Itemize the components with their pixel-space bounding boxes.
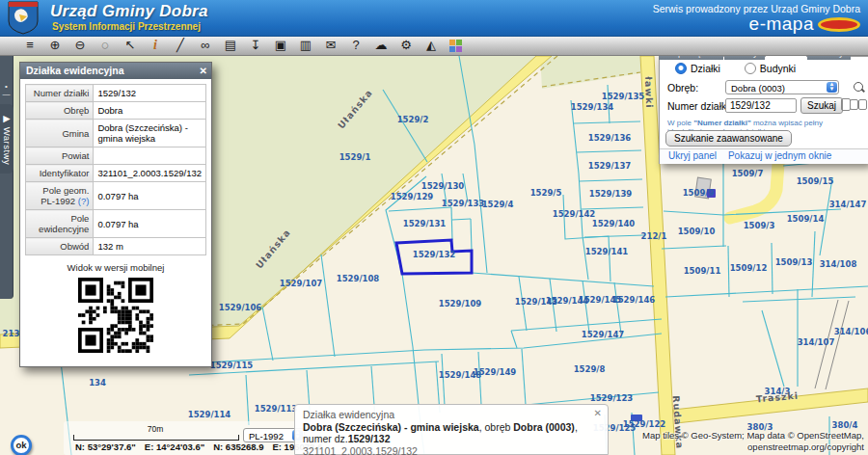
strip-mini-icons[interactable]: • — (0, 83, 13, 98)
parcel-number-label: 1529/129 (391, 192, 434, 201)
e-mapa-application: 1529/21529/11529/1291529/1301529/1331529… (0, 0, 868, 455)
basemap-grid-icon[interactable] (449, 40, 462, 52)
parcel-number-label: 1509/14 (787, 214, 825, 224)
parcel-number-label: 1529/130 (421, 181, 465, 191)
layers-icon[interactable]: ≡ (17, 36, 42, 55)
table-row: Identyfikator321101_2.0003.1529/132 (26, 165, 206, 182)
legend-swatch-red[interactable] (850, 99, 858, 110)
radio-label: Budynki (760, 63, 796, 74)
street-name-label: Ułańska (254, 227, 292, 270)
parcel-number-label: 314/108 (820, 259, 857, 269)
table-row: Obwód132 m (26, 238, 206, 255)
parcel-number-label: 1509/3 (744, 221, 775, 230)
table-row: Numer działki1529/132 (26, 85, 206, 102)
parcel-number-label: 314/106 (834, 327, 868, 336)
attribution-line: Map tiles © Geo-System; Map data © OpenS… (642, 430, 864, 442)
parcel-number-label: 1509/11 (684, 266, 721, 276)
parcel-number-label: 1529/131 (403, 219, 447, 228)
scale-label: 70m (73, 424, 237, 434)
search-icon[interactable] (854, 82, 863, 92)
parcel-number-label: 1529/139 (589, 189, 633, 199)
parcel-number-label: 1529/142 (553, 209, 596, 219)
layers-panel-tab[interactable]: ▶ Warstwy (0, 104, 14, 174)
info-icon[interactable]: i (143, 36, 168, 55)
parcel-number-label: 314/147 (829, 200, 867, 209)
advanced-search-button[interactable]: Szukanie zaawansowane (665, 130, 792, 147)
table-row: Pole ewidencyjne0.0797 ha (26, 210, 206, 238)
parcel-number-label: 1509/15 (797, 176, 834, 186)
radio-budynki[interactable]: Budynki (745, 63, 796, 74)
parcel-number-label: 212/1 (641, 231, 667, 241)
street-name-label: Traszki (755, 390, 799, 405)
parcel-info-panel: Działka ewidencyjna ✕ Numer działki1529/… (19, 62, 212, 367)
app-title: Urząd Gminy Dobra (50, 2, 208, 21)
parcel-number-label: 1529/1 (339, 152, 371, 162)
split-view-icon[interactable]: ▥ (293, 36, 318, 55)
info-bar-identifier: 321101_2.0003.1529/132 (303, 445, 600, 455)
app-header: Urząd Gminy Dobra System Informacji Prze… (0, 0, 868, 37)
radio-label: Działki (691, 63, 720, 74)
parcel-number-label: 1509/7 (732, 169, 764, 178)
obreb-selected-value: Dobra (0003) (731, 83, 785, 94)
parcel-panel-header: Działka ewidencyjna ✕ (20, 63, 211, 79)
brand-name: e-mapa (749, 13, 814, 35)
coat-of-arms (7, 1, 40, 35)
parcel-number-label: 314/107 (798, 337, 835, 347)
parcel-number-label: 1529/107 (280, 279, 323, 288)
parcel-number-label: 380/4 (832, 420, 858, 430)
close-icon[interactable]: ✕ (594, 408, 602, 418)
parcel-number-label: 1529/149 (474, 367, 517, 377)
street-name-label: Ułańska (336, 87, 374, 130)
cloud-icon[interactable]: ☁ (368, 36, 393, 55)
sail-icon[interactable]: ◭ (419, 36, 444, 55)
help-link[interactable]: (?) (78, 196, 90, 206)
settings-icon[interactable]: ⚙ (393, 36, 419, 55)
parcel-search-panel: Działki Budynki Obręb: Dobra (0003) ▲▼ N… (659, 56, 868, 164)
parcel-number-label: 1529/114 (188, 410, 231, 419)
numer-label: Numer działki: (667, 100, 732, 112)
parcel-number-label: 134 (89, 378, 106, 388)
parcel-panel-title: Działka ewidencyjna (26, 65, 124, 76)
coordinates-readout: N: 53°29'37.6"E: 14°24'03.6"N: 635268.9E… (75, 442, 331, 452)
locate-icon[interactable]: ↧ (243, 36, 268, 55)
zoom-in-icon[interactable]: ⊕ (42, 36, 68, 55)
zoom-out-icon[interactable]: ⊖ (68, 36, 93, 55)
help-icon[interactable]: ? (343, 36, 368, 55)
attribution-link[interactable]: openstreetmap.org/copyright (642, 442, 864, 453)
parcel-number-label: 1509/12 (730, 263, 768, 273)
pointer-icon[interactable]: ↖ (118, 36, 143, 55)
parcel-number-label: 1529/106 (219, 303, 262, 312)
copy-view-icon[interactable]: ▣ (268, 36, 293, 55)
parcel-number-label: 1529/147 (582, 330, 625, 339)
parcel-number-label: 1509/10 (678, 227, 716, 236)
radio-dzialki[interactable]: Działki (675, 63, 720, 74)
parcel-number-label: 1529/133 (442, 199, 485, 208)
parcel-number-label: 1509/9 (683, 188, 715, 198)
panel-links: Ukryj panel Pokazuj w jednym oknie (660, 148, 868, 164)
szukaj-button[interactable]: Szukaj (800, 97, 843, 114)
hide-panel-link[interactable]: Ukryj panel (668, 150, 717, 161)
parcel-number-label: 1529/141 (585, 247, 629, 256)
mobile-view-caption: Widok w wersji mobilnej (20, 262, 211, 273)
parcel-number-label: 1509/13 (775, 257, 813, 267)
comment-icon[interactable]: ✉ (318, 36, 343, 55)
table-row: Powiat (26, 147, 206, 165)
ok-button[interactable]: ok (11, 435, 32, 455)
radio-selected-icon (675, 63, 687, 74)
parcel-number-label: 1529/5 (530, 188, 562, 198)
single-window-link[interactable]: Pokazuj w jednym oknie (728, 150, 831, 161)
obreb-select[interactable]: Dobra (0003) ▲▼ (725, 80, 839, 94)
select-shape-icon[interactable]: ◌ (93, 36, 118, 55)
measure-icon[interactable]: ╱ (168, 36, 193, 55)
close-icon[interactable]: ✕ (200, 63, 207, 79)
street-name-label: ławki (643, 76, 655, 109)
print-icon[interactable]: ▤ (218, 36, 243, 55)
search-type-radios: Działki Budynki (675, 63, 817, 74)
parcel-number-label: 1529/123 (590, 393, 634, 403)
link-icon[interactable]: ∞ (193, 36, 218, 55)
table-row: GminaDobra (Szczecińska) - gmina wiejska (26, 120, 206, 147)
geo-system-logo-icon (818, 17, 860, 32)
legend-swatch-green[interactable] (858, 99, 867, 110)
numer-dzialki-input[interactable] (725, 98, 797, 113)
crs-selected-value: PL-1992 (249, 431, 284, 442)
